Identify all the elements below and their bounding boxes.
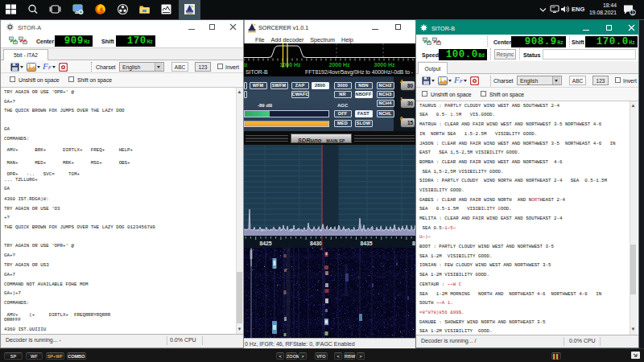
svg-text:Hz: Hz [244, 62, 248, 68]
svg-text:3000 Hz: 3000 Hz [374, 62, 396, 68]
svg-text:8435: 8435 [360, 241, 372, 246]
svg-text:8430: 8430 [310, 241, 322, 246]
svg-text:FFT8192/4ovr/5avg/0Hz to 4000H: FFT8192/4ovr/5avg/0Hz to 4000Hz/-0dB to … [305, 69, 413, 76]
svg-text:8425: 8425 [259, 241, 271, 246]
svg-text:SITOR-B: SITOR-B [246, 69, 268, 75]
svg-text:1: 1 [631, 10, 634, 15]
svg-text:2000 Hz: 2000 Hz [329, 62, 351, 68]
